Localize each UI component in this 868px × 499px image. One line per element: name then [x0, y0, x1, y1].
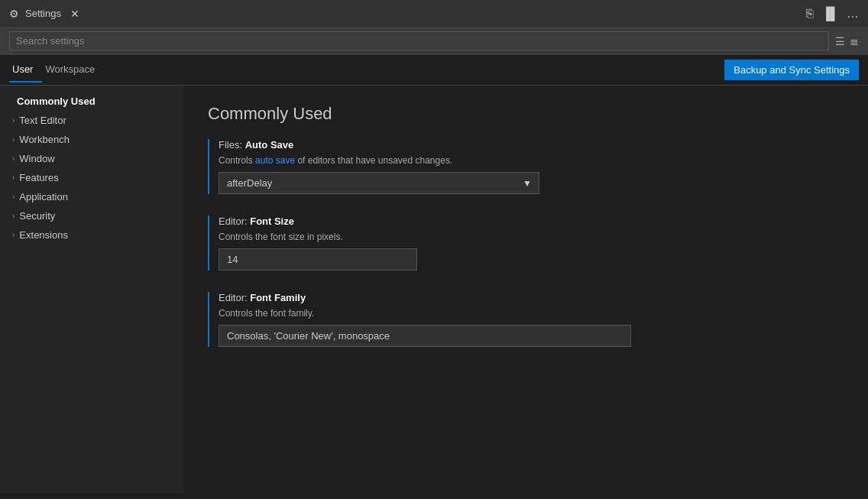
dropdown-select-auto-save[interactable]: offafterDelayafterFocusChangeonFocusChan… — [219, 172, 539, 194]
sidebar: Commonly Used › Text Editor › Workbench … — [0, 86, 183, 493]
search-icons: ☰ ≣ — [835, 35, 859, 47]
tab-user[interactable]: User — [9, 57, 42, 83]
sidebar-item-features[interactable]: › Features — [0, 168, 183, 187]
sidebar-item-label: Commonly Used — [17, 96, 96, 107]
chevron-icon: › — [12, 212, 15, 220]
sidebar-item-commonly-used[interactable]: Commonly Used — [0, 92, 183, 111]
setting-left-border: Files: Auto Save Controls auto save of e… — [208, 139, 844, 194]
sidebar-item-label: Window — [19, 153, 54, 164]
sidebar-item-text-editor[interactable]: › Text Editor — [0, 111, 183, 130]
chevron-icon: › — [12, 116, 15, 125]
window-title: Settings — [25, 8, 61, 19]
sidebar-item-workbench[interactable]: › Workbench — [0, 130, 183, 149]
chevron-icon: › — [12, 173, 15, 182]
dropdown-wrapper: offafterDelayafterFocusChangeonFocusChan… — [219, 172, 539, 194]
sidebar-item-label: Text Editor — [19, 115, 66, 126]
backup-sync-button[interactable]: Backup and Sync Settings — [724, 60, 859, 80]
setting-left-border: Editor: Font Family Controls the font fa… — [208, 292, 844, 347]
sidebar-item-label: Security — [19, 210, 55, 222]
setting-description: Controls the font family. — [219, 308, 844, 319]
chevron-icon: › — [12, 135, 15, 144]
setting-description: Controls the font size in pixels. — [219, 232, 844, 242]
sidebar-item-application[interactable]: › Application — [0, 187, 183, 206]
title-bar: ⚙ Settings ✕ ⎘ ▐▌ … — [0, 0, 868, 27]
filter-icon[interactable]: ≣ — [850, 35, 859, 47]
search-input[interactable] — [9, 31, 829, 50]
main-layout: Commonly Used › Text Editor › Workbench … — [0, 86, 868, 493]
chevron-icon: › — [12, 154, 15, 163]
more-actions-icon[interactable]: … — [847, 7, 859, 21]
tab-workspace[interactable]: Workspace — [42, 57, 104, 83]
setting-block-font-family: Editor: Font Family Controls the font fa… — [208, 292, 844, 347]
sidebar-item-label: Workbench — [19, 134, 70, 145]
chevron-icon: › — [12, 231, 15, 239]
list-icon[interactable]: ☰ — [835, 35, 845, 47]
sidebar-item-window[interactable]: › Window — [0, 149, 183, 168]
sidebar-item-label: Extensions — [19, 229, 68, 241]
copy-icon[interactable]: ⎘ — [806, 7, 814, 21]
setting-description: Controls auto save of editors that have … — [219, 155, 844, 166]
content-area: Commonly Used Files: Auto Save Controls … — [183, 86, 868, 493]
setting-label-auto-save: Files: Auto Save — [219, 139, 844, 151]
number-input-font-size[interactable] — [219, 248, 417, 271]
tabs-row: User Workspace Backup and Sync Settings — [0, 55, 868, 86]
sidebar-item-label: Features — [19, 172, 58, 183]
chevron-icon: › — [12, 193, 15, 201]
split-editor-icon[interactable]: ▐▌ — [821, 7, 839, 21]
settings-icon: ⚙ — [9, 8, 19, 20]
setting-link[interactable]: auto save — [255, 155, 295, 166]
sidebar-item-security[interactable]: › Security — [0, 206, 183, 225]
setting-label-font-family: Editor: Font Family — [219, 292, 844, 303]
search-bar: ☰ ≣ — [0, 27, 868, 55]
close-button[interactable]: ✕ — [70, 8, 79, 20]
sidebar-item-label: Application — [19, 191, 68, 203]
setting-block-font-size: Editor: Font Size Controls the font size… — [208, 215, 844, 271]
setting-block-auto-save: Files: Auto Save Controls auto save of e… — [208, 139, 844, 194]
section-title: Commonly Used — [208, 104, 844, 124]
setting-label-font-size: Editor: Font Size — [219, 215, 844, 227]
setting-left-border: Editor: Font Size Controls the font size… — [208, 215, 844, 271]
sidebar-item-extensions[interactable]: › Extensions — [0, 225, 183, 245]
text-input-font-family[interactable] — [219, 325, 631, 347]
title-bar-actions: ⎘ ▐▌ … — [806, 7, 859, 21]
